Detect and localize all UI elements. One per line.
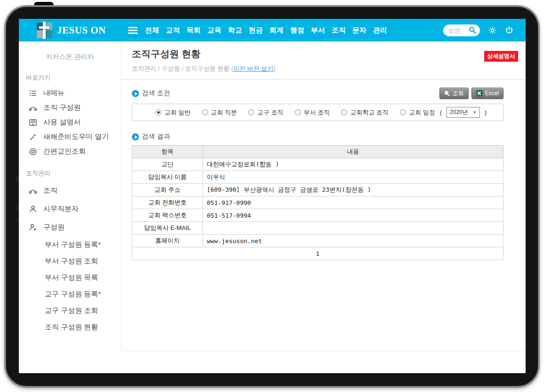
section-bullet-icon [132, 133, 139, 140]
row-value: www.jesuson.net [203, 235, 503, 247]
radio-label: 교회 일반 [164, 108, 191, 117]
radio-church-school-org[interactable]: 교회학교 조직 [341, 108, 389, 117]
radio-circle[interactable] [295, 109, 301, 115]
power-icon[interactable] [505, 26, 513, 34]
nav-item-11[interactable]: 관리 [373, 26, 387, 35]
table-row: 홈페이지www.jesuson.net [132, 235, 503, 247]
book-icon [29, 118, 37, 127]
section-title: 검색 결과 [142, 132, 170, 141]
sidebar-item-label: 조직 [43, 186, 57, 195]
radio-label: 부서 조직 [304, 108, 330, 117]
row-value: 이우식 [203, 171, 503, 184]
sidebar-item-quick-member-search[interactable]: 간편교인조회 [19, 144, 121, 159]
year-select-value: 2020년 [450, 108, 468, 116]
topbar-right [443, 24, 526, 36]
organization-icon [29, 187, 37, 195]
chevron-down-icon: ▼ [473, 110, 477, 114]
sidebar-subitem-parish-member-search[interactable]: 교구 구성원 조회 [19, 302, 121, 319]
section-title: 검색 조건 [142, 89, 170, 98]
gear-icon[interactable] [488, 26, 497, 35]
nav-item-1[interactable]: 교적 [166, 26, 180, 35]
search-results-header: 검색 결과 [132, 132, 503, 141]
sidebar-subitem-org-member-status[interactable]: 조직 구성원 현황 [19, 319, 121, 335]
manual-badge[interactable]: 상세설명서 [484, 51, 518, 62]
radio-circle[interactable] [341, 109, 347, 115]
table-row: 교회 전화번호051-917-0990 [132, 196, 503, 209]
radio-circle[interactable] [248, 109, 254, 115]
paren-open: ( [440, 109, 442, 116]
paren-close: ) [485, 109, 487, 116]
search-condition-header: 검색 조건 [132, 89, 170, 98]
sidebar-subitem-dept-member-register[interactable]: 부서 구성원 등록* [19, 237, 121, 253]
cross-logo-icon [37, 23, 52, 38]
sidebar-subitem-dept-member-search[interactable]: 부서 구성원 조회 [19, 253, 121, 270]
nav-item-9[interactable]: 조직 [332, 26, 346, 35]
breadcrumb: 조직관리 / 구성원 / 조직구성원 현황 (이전 버전 보기) [132, 65, 515, 73]
nav-item-2[interactable]: 목회 [187, 26, 201, 35]
top-navigation: 전체 교적 목회 교육 학교 헌금 회계 행정 부서 조직 문자 관리 [145, 26, 387, 35]
year-select[interactable]: 2020년 ▼ [447, 107, 480, 118]
excel-button[interactable]: Excel [471, 88, 503, 99]
pagination[interactable]: 1 [132, 247, 503, 260]
radio-circle[interactable] [400, 109, 406, 115]
sidebar-item-org-members[interactable]: 조직 구성원 [19, 100, 121, 115]
sidebar-item-my-menu[interactable]: 내메뉴 [19, 86, 121, 100]
row-label: 홈페이지 [132, 235, 203, 247]
excel-icon [476, 90, 483, 97]
sidebar-item-label: 새해준비도우미 열기 [43, 132, 109, 141]
menu-list-icon [29, 89, 37, 98]
nav-item-7[interactable]: 행정 [290, 26, 304, 35]
sidebar-subitem-dept-member-list[interactable]: 부서 구성원 목록 [19, 270, 121, 286]
nav-item-10[interactable]: 문자 [352, 26, 366, 35]
row-value: [609-390] 부산광역시 금정구 금샘로 23번지(장전동 ) [203, 184, 503, 196]
row-label: 담임목사 이름 [132, 171, 203, 184]
nav-item-4[interactable]: 학교 [228, 26, 242, 35]
radio-circle[interactable] [155, 109, 162, 115]
wand-icon [29, 133, 37, 141]
sidebar-subitem-parish-member-register[interactable]: 교구 구성원 등록* [19, 286, 121, 302]
table-header-row: 항목 내용 [132, 146, 503, 158]
hamburger-menu-icon[interactable] [128, 27, 138, 34]
row-label: 교회 주소 [132, 184, 203, 196]
sidebar-item-label: 시무직분자 [43, 204, 79, 213]
tablet-mockup: JESUS ON 전체 교적 목회 교육 학교 헌금 회계 행정 부서 조직 문… [0, 0, 544, 392]
radio-circle[interactable] [202, 109, 208, 115]
nav-item-3[interactable]: 교육 [207, 26, 221, 35]
nav-item-6[interactable]: 회계 [269, 26, 284, 35]
radio-label: 교회 직분 [211, 108, 237, 117]
sidebar-item-label: 간편교인조회 [43, 147, 86, 156]
table-row: 교회 주소[609-390] 부산광역시 금정구 금샘로 23번지(장전동 ) [132, 184, 503, 196]
previous-version-link[interactable]: 이전 버전 보기 [233, 65, 273, 72]
row-value: 051-917-0990 [203, 196, 503, 209]
search-button[interactable]: 조회 [439, 88, 469, 99]
search-icon[interactable] [469, 26, 476, 34]
sidebar-item-user-manual[interactable]: 사용 설명서 [19, 115, 121, 130]
sidebar-item-label: 내메뉴 [43, 89, 65, 98]
sidebar-item-newyear-helper[interactable]: 새해준비도우미 열기 [19, 130, 121, 144]
name-search-box[interactable] [443, 24, 480, 36]
nav-item-5[interactable]: 헌금 [249, 26, 263, 35]
admin-label: 지저스온 관리자 [19, 53, 121, 61]
nav-item-0[interactable]: 전체 [145, 26, 159, 35]
sidebar-item-members[interactable]: 구성원 [19, 218, 121, 237]
column-header-item: 항목 [132, 146, 203, 158]
radio-parish-org[interactable]: 교구 조직 [248, 108, 284, 117]
search-input[interactable] [448, 27, 469, 34]
radio-church-position[interactable]: 교회 직분 [202, 108, 237, 117]
row-label: 교단 [132, 158, 203, 171]
table-row: 담임목사 이름이우식 [132, 171, 503, 184]
search-condition-box: 교회 일반 교회 직분 교구 조직 부서 조직 교회학교 조직 교회 일정 ( … [132, 104, 503, 121]
radio-church-schedule[interactable]: 교회 일정 [400, 108, 435, 117]
organization-icon [29, 104, 37, 112]
person-icon [29, 205, 37, 213]
nav-item-8[interactable]: 부서 [311, 26, 325, 35]
brand[interactable]: JESUS ON [19, 23, 122, 38]
app-screen: JESUS ON 전체 교적 목회 교육 학교 헌금 회계 행정 부서 조직 문… [19, 19, 526, 373]
section-bullet-icon [132, 90, 139, 97]
radio-church-general[interactable]: 교회 일반 [155, 108, 191, 117]
sidebar-item-officers[interactable]: 시무직분자 [19, 200, 121, 218]
sidebar-item-org[interactable]: 조직 [19, 181, 121, 200]
content-area: 검색 조건 조회 Excel [122, 80, 526, 260]
breadcrumb-path: 조직관리 / 구성원 / 조직구성원 현황 [132, 65, 231, 72]
radio-dept-org[interactable]: 부서 조직 [295, 108, 330, 117]
